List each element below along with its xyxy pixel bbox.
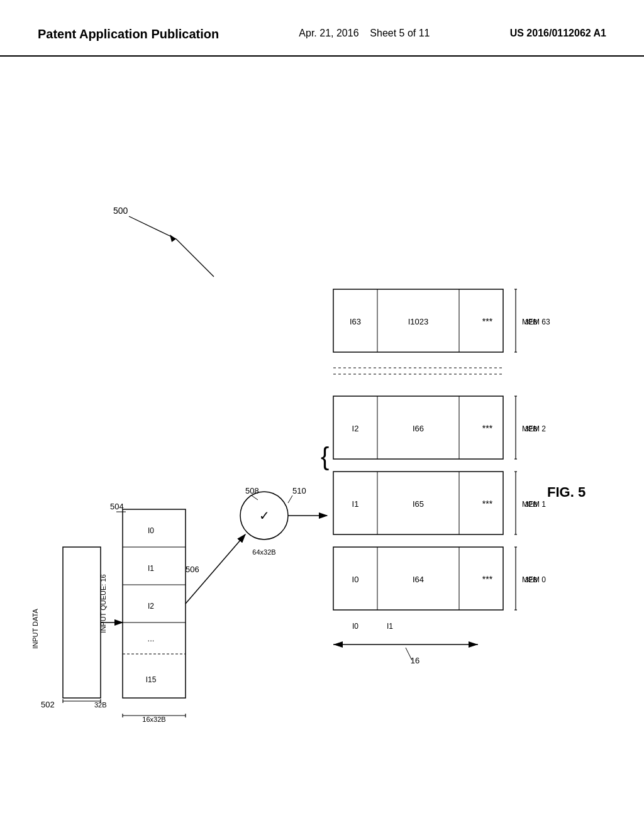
ref-504: 504 bbox=[110, 502, 124, 511]
svg-text:...: ... bbox=[148, 634, 155, 643]
circle-size-label: 64x32B bbox=[252, 548, 275, 556]
mem0-data: I64 bbox=[413, 575, 424, 584]
addr-i0: I0 bbox=[352, 622, 358, 631]
svg-line-53 bbox=[176, 239, 214, 277]
addr-16: 16 bbox=[411, 656, 419, 665]
svg-line-18 bbox=[288, 495, 292, 503]
circle-icon: ✓ bbox=[259, 509, 270, 523]
mem0-id: I0 bbox=[352, 575, 359, 584]
mem1-id: I1 bbox=[352, 499, 359, 509]
figure-label: FIG. 5 bbox=[547, 484, 586, 500]
svg-marker-52 bbox=[170, 235, 176, 242]
diagram-area: FIG. 5 INPUT DATA 502 32B I0 I1 I2 ... I… bbox=[0, 57, 644, 817]
ref-508: 508 bbox=[245, 486, 259, 495]
queue-size-label: 16x32B bbox=[142, 716, 165, 723]
mem2-size: 32B bbox=[525, 425, 538, 433]
mem1-dots: *** bbox=[482, 499, 493, 509]
queue-row-i0: I0 bbox=[148, 526, 154, 535]
mem63-data: I1023 bbox=[408, 317, 429, 326]
queue-row-i1: I1 bbox=[148, 564, 154, 573]
ref-502: 502 bbox=[41, 700, 55, 709]
publication-title: Patent Application Publication bbox=[38, 25, 219, 43]
mem2-id: I2 bbox=[352, 424, 359, 433]
svg-line-50 bbox=[406, 648, 412, 660]
queue-row-i15: I15 bbox=[146, 675, 157, 684]
figure-5-diagram: FIG. 5 INPUT DATA 502 32B I0 I1 I2 ... I… bbox=[0, 57, 644, 817]
svg-marker-48 bbox=[333, 641, 343, 648]
mem2-dots: *** bbox=[482, 423, 493, 433]
svg-marker-49 bbox=[469, 641, 478, 648]
svg-rect-0 bbox=[63, 547, 101, 698]
mem0-size: 32B bbox=[525, 576, 538, 584]
svg-line-51 bbox=[129, 216, 176, 239]
input-queue-label: INPUT QUEUE: 16 bbox=[99, 574, 107, 633]
publication-date-sheet: Apr. 21, 2016 Sheet 5 of 11 bbox=[299, 28, 430, 39]
ref-506: 506 bbox=[186, 565, 199, 574]
mem1-size: 32B bbox=[525, 501, 538, 508]
ref-510: 510 bbox=[292, 486, 306, 495]
mem63-dots: *** bbox=[482, 316, 493, 326]
ref-500: 500 bbox=[113, 206, 128, 216]
input-data-label: INPUT DATA bbox=[31, 609, 39, 649]
page-header: Patent Application Publication Apr. 21, … bbox=[0, 0, 644, 57]
patent-number: US 2016/0112062 A1 bbox=[510, 28, 606, 39]
mem1-data: I65 bbox=[413, 499, 424, 509]
mem63-size: 32B bbox=[525, 318, 538, 326]
svg-text:{: { bbox=[321, 443, 329, 470]
mem63-id: I63 bbox=[350, 317, 361, 326]
mem0-dots: *** bbox=[482, 574, 493, 584]
queue-row-i2: I2 bbox=[148, 602, 154, 611]
mem2-data: I66 bbox=[413, 424, 424, 433]
addr-i1: I1 bbox=[387, 622, 393, 631]
